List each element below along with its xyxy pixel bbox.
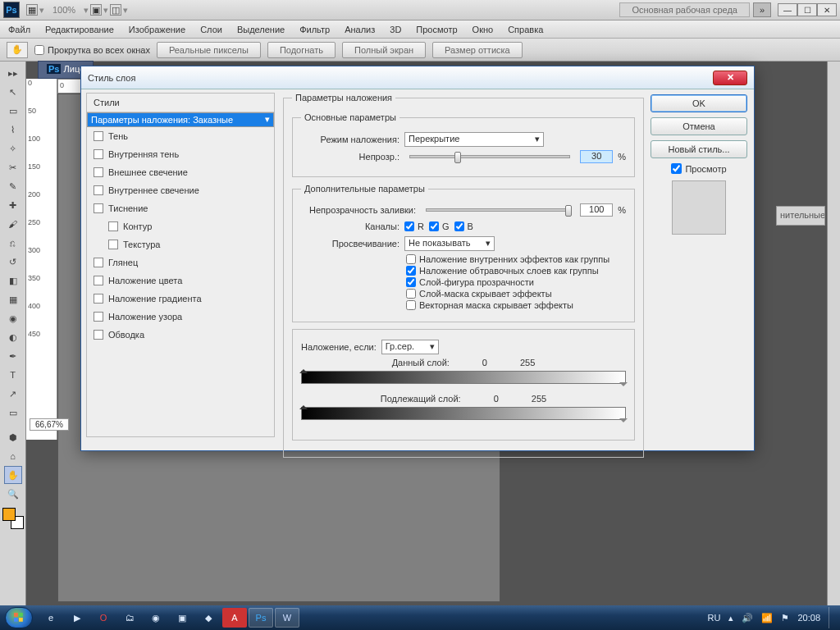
explorer-icon[interactable]: 🗂 [117,608,142,628]
adv-check-4[interactable]: Векторная маска скрывает эффекты [406,300,626,310]
style-bevel[interactable]: Тиснение [87,199,274,217]
marquee-tool-icon[interactable]: ▭ [4,102,22,120]
type-tool-icon[interactable]: T [4,366,22,384]
workspace-switcher[interactable]: Основная рабочая среда [619,2,750,17]
style-texture[interactable]: Текстура [87,235,274,253]
blur-tool-icon[interactable]: ◉ [4,309,22,327]
preview-checkbox[interactable]: Просмотр [651,163,747,174]
zoom-readout[interactable]: 66,67% [30,418,69,431]
tray-up-icon[interactable]: ▴ [728,613,733,623]
blendmode-select[interactable]: Перекрытие [404,132,544,147]
menu-select[interactable]: Выделение [237,25,285,34]
clock[interactable]: 20:08 [797,613,820,623]
hand-tool-icon[interactable]: ✋ [4,466,22,484]
menu-image[interactable]: Изображение [129,25,185,34]
print-size-button[interactable]: Размер оттиска [432,42,523,58]
color-swatches[interactable] [2,508,24,529]
style-outer-glow[interactable]: Внешнее свечение [87,163,274,181]
dodge-tool-icon[interactable]: ◐ [4,328,22,346]
style-gradient-overlay[interactable]: Наложение градиента [87,290,274,308]
crop-tool-icon[interactable]: ✂ [4,158,22,176]
side-panel-stub[interactable]: нительные [776,206,825,226]
move-tool-icon[interactable]: ↖ [4,83,22,101]
menu-file[interactable]: Файл [8,25,30,34]
shape-tool-icon[interactable]: ▭ [4,404,22,422]
menu-help[interactable]: Справка [508,25,543,34]
blendif-select[interactable]: Гр.сер. [381,340,439,354]
opacity-input[interactable]: 30 [580,150,613,163]
style-inner-shadow[interactable]: Внутренняя тень [87,145,274,163]
menu-layers[interactable]: Слои [200,25,222,34]
channel-b-checkbox[interactable]: B [454,221,473,231]
close-button[interactable]: ✕ [817,3,837,16]
acrobat-icon[interactable]: A [222,608,247,628]
channel-g-checkbox[interactable]: G [429,221,450,231]
workspace-more-icon[interactable]: » [753,2,771,17]
ie-icon[interactable]: e [39,608,63,628]
menu-view[interactable]: Просмотр [416,25,457,34]
lasso-tool-icon[interactable]: ⌇ [4,121,22,139]
expand-icon[interactable]: ▸▸ [4,64,22,82]
zoom-tool-icon[interactable]: 🔍 [4,485,22,503]
menu-edit[interactable]: Редактирование [45,25,114,34]
menu-analysis[interactable]: Анализ [345,25,375,34]
dialog-titlebar[interactable]: Стиль слоя ✕ [81,66,754,89]
style-contour[interactable]: Контур [87,217,274,235]
zoom-value[interactable]: 100% [52,5,75,15]
adv-check-3[interactable]: Слой-маска скрывает эффекты [406,289,626,299]
opera-icon[interactable]: O [91,608,116,628]
style-color-overlay[interactable]: Наложение цвета [87,272,274,290]
actual-pixels-button[interactable]: Реальные пикселы [157,42,261,58]
style-blending-options[interactable]: Параметры наложения: Заказные [87,112,274,127]
app-icon[interactable]: ◆ [196,608,221,628]
photoshop-taskbar-icon[interactable]: Ps [249,608,273,628]
heal-tool-icon[interactable]: ✚ [4,196,22,214]
style-satin[interactable]: Глянец [87,253,274,272]
brush-tool-icon[interactable]: 🖌 [4,215,22,233]
layout-icon[interactable]: ▦ [26,4,38,16]
knockout-select[interactable]: Не показывать [404,236,495,251]
adv-check-1[interactable]: Наложение обтравочных слоев как группы [406,266,626,276]
this-layer-range[interactable] [301,371,626,384]
menu-filter[interactable]: Фильтр [299,25,330,34]
network-icon[interactable]: 📶 [761,613,773,623]
start-button[interactable] [5,607,33,628]
under-layer-range[interactable] [301,407,626,420]
menu-window[interactable]: Окно [472,25,494,34]
stamp-tool-icon[interactable]: ⎌ [4,234,22,252]
hand-tool-icon[interactable]: ✋ [7,42,28,58]
eyedropper-tool-icon[interactable]: ✎ [4,177,22,195]
3d-tool-icon[interactable]: ⬢ [4,428,22,446]
full-screen-button[interactable]: Полный экран [342,42,426,58]
menu-3d[interactable]: 3D [390,25,401,34]
adv-check-2[interactable]: Слой-фигура прозрачности [406,277,626,287]
xbox-icon[interactable]: ▣ [170,608,194,628]
arrange-icon[interactable]: ◫ [110,4,121,16]
volume-icon[interactable]: 🔊 [742,613,753,623]
cancel-button[interactable]: Отмена [651,117,747,135]
lang-indicator[interactable]: RU [708,613,721,623]
wand-tool-icon[interactable]: ✧ [4,139,22,158]
eraser-tool-icon[interactable]: ◧ [4,272,22,290]
fill-opacity-input[interactable]: 100 [580,203,613,217]
flag-icon[interactable]: ⚑ [781,613,789,623]
word-icon[interactable]: W [275,608,299,628]
pen-tool-icon[interactable]: ✒ [4,347,22,365]
minimize-button[interactable]: — [778,3,797,16]
new-style-button[interactable]: Новый стиль... [651,140,747,158]
screenmode-icon[interactable]: ▣ [90,4,102,16]
style-pattern-overlay[interactable]: Наложение узора [87,308,274,326]
ok-button[interactable]: OK [651,94,747,112]
style-stroke[interactable]: Обводка [87,326,274,344]
panel-dock[interactable] [827,62,840,605]
history-brush-icon[interactable]: ↺ [4,253,22,271]
chrome-icon[interactable]: ◉ [144,608,168,628]
style-inner-glow[interactable]: Внутреннее свечение [87,181,274,199]
style-drop-shadow[interactable]: Тень [87,127,274,145]
fit-screen-button[interactable]: Подогнать [267,42,336,58]
opacity-slider[interactable] [409,155,570,158]
gradient-tool-icon[interactable]: ▦ [4,290,22,308]
dialog-close-button[interactable]: ✕ [713,71,747,85]
path-tool-icon[interactable]: ↗ [4,385,22,403]
show-desktop-button[interactable] [829,607,835,628]
